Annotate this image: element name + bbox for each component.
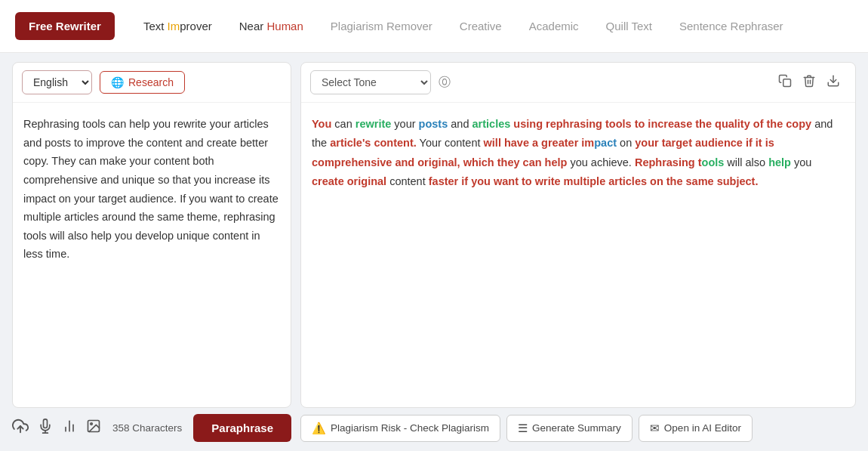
left-toolbar: English Spanish French 🌐 Research <box>13 63 291 103</box>
nav-sentence[interactable]: Sentence Rephraser <box>666 14 797 39</box>
delete-button[interactable] <box>799 71 819 94</box>
summary-icon: ☰ <box>518 422 528 435</box>
chart-icon[interactable] <box>62 419 77 437</box>
nav-quill[interactable]: Quill Text <box>593 14 666 39</box>
warning-icon: ⚠️ <box>312 422 326 435</box>
right-panel: Select Tone Formal Informal Optimistic W… <box>300 62 856 408</box>
output-content: You can rewrite your posts and articles … <box>301 103 855 407</box>
globe-icon: 🌐 <box>111 76 124 88</box>
mic-icon[interactable] <box>38 419 53 437</box>
nav-near-human[interactable]: Near Human <box>226 14 317 39</box>
panels-and-bottom: English Spanish French 🌐 Research Rephra… <box>12 62 856 442</box>
output-actions <box>775 71 846 94</box>
svg-rect-0 <box>783 79 791 86</box>
plagiarism-risk-button[interactable]: ⚠️ Plagiarism Risk - Check Plagiarism <box>300 415 500 442</box>
nav-creative[interactable]: Creative <box>446 14 516 39</box>
bottom-right-section: ⚠️ Plagiarism Risk - Check Plagiarism ☰ … <box>300 415 856 442</box>
svg-point-9 <box>91 423 93 425</box>
free-rewriter-button[interactable]: Free Rewriter <box>15 12 115 40</box>
tone-select[interactable]: Select Tone Formal Informal Optimistic W… <box>310 70 431 94</box>
image-icon[interactable] <box>86 419 101 437</box>
upload-icon[interactable] <box>12 418 29 438</box>
generate-summary-button[interactable]: ☰ Generate Summary <box>506 415 633 442</box>
top-nav: Free Rewriter Text Improver Near Human P… <box>0 0 868 53</box>
right-toolbar: Select Tone Formal Informal Optimistic W… <box>301 63 855 103</box>
nav-academic[interactable]: Academic <box>516 14 593 39</box>
nav-plagiarism[interactable]: Plagiarism Remover <box>317 14 446 39</box>
bottom-left-section: 358 Characters Paraphrase <box>12 414 291 442</box>
language-select[interactable]: English Spanish French <box>22 70 92 94</box>
panels-row-wrapper: English Spanish French 🌐 Research Rephra… <box>12 62 856 408</box>
char-count: 358 Characters <box>112 422 182 434</box>
paraphrase-button[interactable]: Paraphrase <box>193 414 291 442</box>
help-icon[interactable]: ⓪ <box>439 75 451 91</box>
input-text-area[interactable]: Rephrasing tools can help you rewrite yo… <box>13 103 291 407</box>
download-button[interactable] <box>823 71 843 94</box>
output-segment: You <box>312 118 331 130</box>
main-area: English Spanish French 🌐 Research Rephra… <box>0 53 868 451</box>
bottom-row: 358 Characters Paraphrase ⚠️ Plagiarism … <box>12 408 856 442</box>
open-ai-editor-button[interactable]: ✉ Open in AI Editor <box>639 415 753 442</box>
nav-text-improver[interactable]: Text Improver <box>130 14 226 39</box>
copy-button[interactable] <box>775 71 795 94</box>
footer-icons <box>12 418 101 438</box>
research-button[interactable]: 🌐 Research <box>100 71 185 94</box>
editor-icon: ✉ <box>650 422 660 435</box>
nav-items: Text Improver Near Human Plagiarism Remo… <box>130 14 797 39</box>
left-panel: English Spanish French 🌐 Research Rephra… <box>12 62 291 408</box>
